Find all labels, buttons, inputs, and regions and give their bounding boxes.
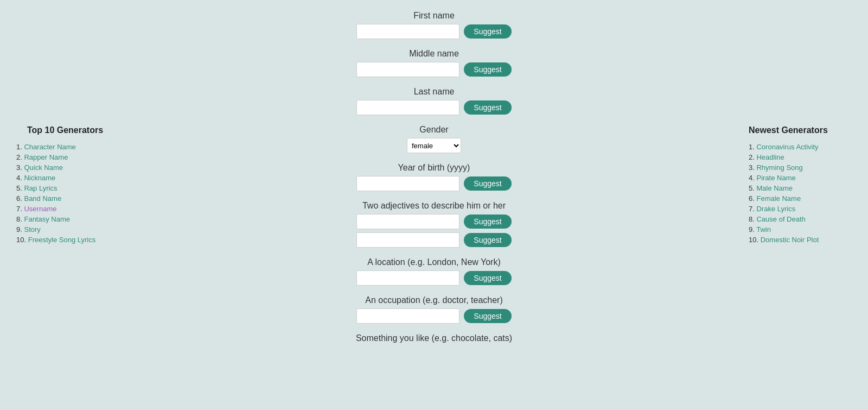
sidebar-right-list: 1. Coronavirus Activity 2. Headline 3. R…: [749, 143, 857, 244]
sidebar-item-story[interactable]: Story: [24, 225, 40, 234]
sidebar-item-female-name[interactable]: Female Name: [756, 194, 801, 203]
list-num: 6.: [749, 194, 755, 203]
list-item: 10. Freestyle Song Lyrics: [16, 236, 114, 244]
location-label: A location (e.g. London, New York): [367, 257, 501, 267]
occupation-input-row: Suggest: [356, 308, 511, 324]
list-item: 3. Rhyming Song: [749, 163, 857, 172]
sidebar-item-rhyming-song[interactable]: Rhyming Song: [756, 163, 802, 172]
list-item: 5. Male Name: [749, 184, 857, 192]
year-input[interactable]: [356, 176, 459, 191]
occupation-input[interactable]: [356, 308, 459, 324]
sidebar-right: Newest Generators 1. Coronavirus Activit…: [738, 0, 868, 410]
adjective2-suggest-button[interactable]: Suggest: [464, 233, 511, 247]
list-num: 6.: [16, 194, 22, 203]
something-like-group: Something you like (e.g. chocolate, cats…: [152, 333, 716, 346]
sidebar-item-cause-of-death[interactable]: Cause of Death: [756, 215, 805, 223]
last-name-input-row: Suggest: [356, 100, 511, 115]
sidebar-item-twin[interactable]: Twin: [756, 225, 771, 234]
gender-select[interactable]: female male non-binary: [407, 138, 461, 153]
last-name-group: Last name Suggest: [152, 87, 716, 115]
gender-group: Gender female male non-binary: [152, 125, 716, 153]
first-name-input[interactable]: [356, 24, 459, 39]
sidebar-item-headline[interactable]: Headline: [756, 153, 784, 161]
sidebar-item-character-name[interactable]: Character Name: [24, 143, 75, 151]
list-num: 10.: [749, 236, 758, 244]
adjective1-row: Suggest: [356, 214, 511, 229]
last-name-suggest-button[interactable]: Suggest: [464, 100, 511, 115]
list-item: 3. Quick Name: [16, 163, 114, 172]
year-input-row: Suggest: [356, 176, 511, 191]
list-num: 8.: [16, 215, 22, 223]
list-num: 3.: [16, 163, 22, 172]
adjectives-label: Two adjectives to describe him or her: [362, 201, 506, 211]
sidebar-item-freestyle-song-lyrics[interactable]: Freestyle Song Lyrics: [28, 236, 96, 244]
occupation-group: An occupation (e.g. doctor, teacher) Sug…: [152, 295, 716, 324]
list-num: 9.: [749, 225, 755, 234]
list-item: 6. Band Name: [16, 194, 114, 203]
something-like-label: Something you like (e.g. chocolate, cats…: [356, 333, 512, 343]
first-name-label: First name: [413, 11, 455, 21]
list-item: 7. Drake Lyrics: [749, 205, 857, 213]
list-item: 2. Headline: [749, 153, 857, 161]
sidebar-item-rap-lyrics[interactable]: Rap Lyrics: [24, 184, 57, 192]
middle-name-label: Middle name: [409, 49, 459, 59]
sidebar-item-drake-lyrics[interactable]: Drake Lyrics: [756, 205, 795, 213]
sidebar-item-male-name[interactable]: Male Name: [756, 184, 792, 192]
list-num: 1.: [16, 143, 22, 151]
adjective2-row: Suggest: [356, 232, 511, 248]
gender-label: Gender: [419, 125, 448, 135]
list-num: 2.: [749, 153, 755, 161]
sidebar-item-nickname[interactable]: Nickname: [24, 174, 55, 182]
list-item: 4. Pirate Name: [749, 174, 857, 182]
main-content: First name Suggest Middle name Suggest L…: [130, 0, 738, 410]
middle-name-suggest-button[interactable]: Suggest: [464, 62, 511, 77]
middle-name-input-row: Suggest: [356, 62, 511, 77]
middle-name-input[interactable]: [356, 62, 459, 77]
list-num: 3.: [749, 163, 755, 172]
sidebar-item-band-name[interactable]: Band Name: [24, 194, 61, 203]
adjectives-inputs: Suggest Suggest: [152, 214, 716, 248]
list-item: 5. Rap Lyrics: [16, 184, 114, 192]
sidebar-left: Top 10 Generators 1. Character Name 2. R…: [0, 0, 130, 410]
list-num: 2.: [16, 153, 22, 161]
list-item: 7. Username: [16, 205, 114, 213]
sidebar-item-domestic-noir-plot[interactable]: Domestic Noir Plot: [761, 236, 819, 244]
list-num: 5.: [749, 184, 755, 192]
last-name-input[interactable]: [356, 100, 459, 115]
list-num: 8.: [749, 215, 755, 223]
first-name-suggest-button[interactable]: Suggest: [464, 24, 511, 39]
location-input[interactable]: [356, 270, 459, 286]
occupation-suggest-button[interactable]: Suggest: [464, 309, 511, 323]
list-num: 10.: [16, 236, 26, 244]
occupation-label: An occupation (e.g. doctor, teacher): [365, 295, 502, 305]
location-group: A location (e.g. London, New York) Sugge…: [152, 257, 716, 286]
list-item: 8. Cause of Death: [749, 215, 857, 223]
list-num: 4.: [749, 174, 755, 182]
middle-name-group: Middle name Suggest: [152, 49, 716, 77]
list-num: 5.: [16, 184, 22, 192]
list-num: 7.: [749, 205, 755, 213]
year-suggest-button[interactable]: Suggest: [464, 176, 511, 191]
sidebar-item-quick-name[interactable]: Quick Name: [24, 163, 63, 172]
year-label: Year of birth (yyyy): [398, 163, 470, 173]
list-item: 2. Rapper Name: [16, 153, 114, 161]
list-num: 7.: [16, 205, 22, 213]
sidebar-item-coronavirus-activity[interactable]: Coronavirus Activity: [756, 143, 818, 151]
sidebar-item-username[interactable]: Username: [24, 205, 56, 213]
last-name-label: Last name: [414, 87, 455, 97]
adjective1-input[interactable]: [356, 214, 459, 229]
adjective2-input[interactable]: [356, 232, 459, 248]
first-name-input-row: Suggest: [356, 24, 511, 39]
location-input-row: Suggest: [356, 270, 511, 286]
adjective1-suggest-button[interactable]: Suggest: [464, 215, 511, 229]
list-num: 9.: [16, 225, 22, 234]
location-suggest-button[interactable]: Suggest: [464, 271, 511, 285]
year-group: Year of birth (yyyy) Suggest: [152, 163, 716, 191]
sidebar-item-pirate-name[interactable]: Pirate Name: [756, 174, 795, 182]
list-item: 9. Twin: [749, 225, 857, 234]
sidebar-left-list: 1. Character Name 2. Rapper Name 3. Quic…: [16, 143, 114, 244]
list-item: 6. Female Name: [749, 194, 857, 203]
gender-input-row: female male non-binary: [407, 138, 461, 153]
sidebar-item-rapper-name[interactable]: Rapper Name: [24, 153, 68, 161]
sidebar-item-fantasy-name[interactable]: Fantasy Name: [24, 215, 70, 223]
